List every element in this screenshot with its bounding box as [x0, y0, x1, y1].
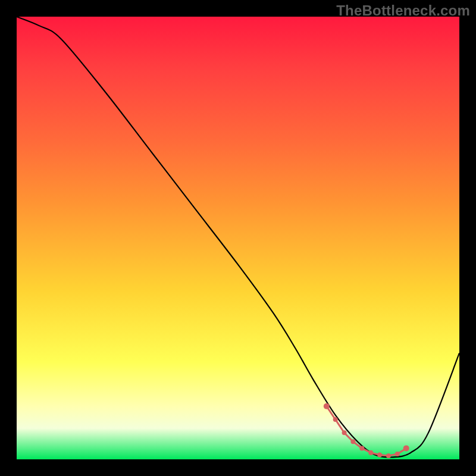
sweet-spot-dot: [403, 445, 409, 451]
curve-svg: [17, 17, 459, 459]
watermark-text: TheBottleneck.com: [336, 2, 470, 19]
sweet-spot-dot: [386, 453, 391, 458]
sweet-spot-markers: [324, 403, 409, 458]
sweet-spot-dot: [368, 450, 373, 455]
chart-frame: TheBottleneck.com: [0, 0, 476, 476]
sweet-spot-dot: [377, 453, 382, 458]
sweet-spot-dot: [395, 452, 400, 456]
sweet-spot-dot: [359, 446, 364, 450]
sweet-spot-dot: [342, 430, 347, 435]
sweet-spot-dot: [350, 439, 355, 444]
bottleneck-curve: [17, 17, 459, 458]
sweet-spot-line: [327, 406, 406, 456]
sweet-spot-dot: [333, 417, 338, 422]
sweet-spot-dot: [324, 403, 330, 409]
plot-area: [17, 17, 459, 459]
